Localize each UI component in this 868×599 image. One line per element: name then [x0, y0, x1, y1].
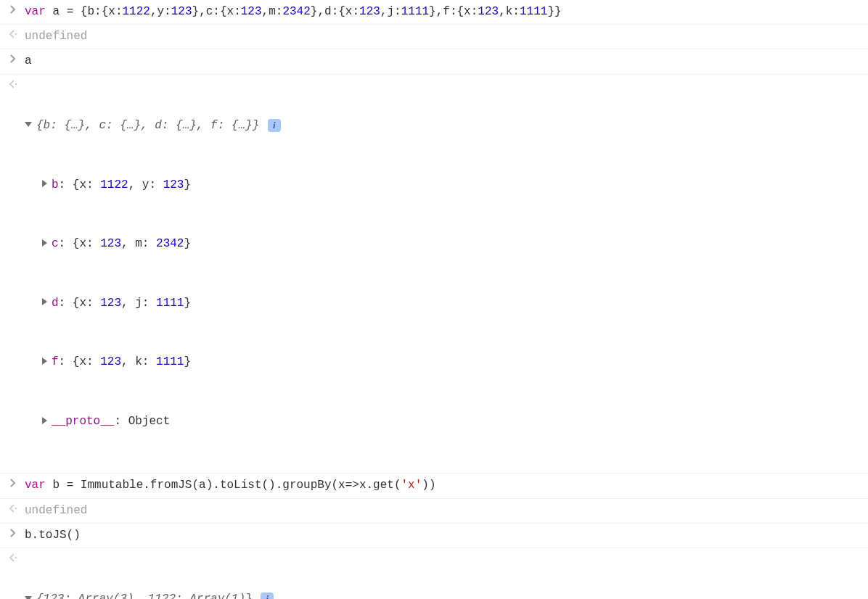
output-prompt-icon	[4, 77, 22, 88]
output-undefined: undefined	[22, 27, 861, 46]
op-eq: =	[60, 5, 81, 18]
console-input-row: a	[0, 49, 868, 74]
object-tree: {123: Array(3), 1122: Array(1)} i 123: A…	[22, 550, 861, 599]
code-line[interactable]: var a = {b:{x:1122,y:123},c:{x:123,m:234…	[22, 2, 861, 22]
info-icon[interactable]: i	[261, 592, 274, 599]
expand-toggle-icon[interactable]	[42, 298, 47, 305]
svg-point-1	[15, 83, 17, 85]
info-icon[interactable]: i	[268, 119, 281, 132]
code-line[interactable]: var b = Immutable.fromJS(a).toList().gro…	[22, 476, 861, 495]
output-prompt-icon	[4, 501, 22, 513]
input-prompt-icon	[4, 51, 22, 63]
object-summary[interactable]: {b: {…}, c: {…}, d: {…}, f: {…}} i	[25, 116, 861, 136]
output-prompt-icon	[4, 27, 22, 38]
svg-point-2	[15, 507, 17, 509]
object-property-row[interactable]: f: {x: 123, k: 1111}	[25, 352, 861, 372]
object-property-row[interactable]: c: {x: 123, m: 2342}	[25, 234, 861, 254]
expand-toggle-icon[interactable]	[42, 417, 47, 424]
object-summary[interactable]: {123: Array(3), 1122: Array(1)} i	[25, 590, 861, 599]
expand-toggle-icon[interactable]	[42, 239, 47, 247]
console-input-row: var b = Immutable.fromJS(a).toList().gro…	[0, 474, 868, 498]
console-output-row: {b: {…}, c: {…}, d: {…}, f: {…}} i b: {x…	[0, 75, 868, 474]
code-line[interactable]: b.toJS()	[22, 526, 861, 545]
input-prompt-icon	[4, 2, 22, 14]
expand-toggle-icon[interactable]	[42, 180, 47, 187]
code-line[interactable]: a	[22, 51, 861, 71]
expand-toggle-icon[interactable]	[42, 358, 47, 365]
output-undefined: undefined	[22, 501, 861, 521]
object-tree: {b: {…}, c: {…}, d: {…}, f: {…}} i b: {x…	[22, 77, 861, 471]
console-input-row: b.toJS()	[0, 524, 868, 548]
console-output-row: undefined	[0, 25, 868, 49]
console-output-row: {123: Array(3), 1122: Array(1)} i 123: A…	[0, 548, 868, 599]
expand-toggle-icon[interactable]	[25, 122, 32, 127]
console-input-row: var a = {b:{x:1122,y:123},c:{x:123,m:234…	[0, 0, 868, 25]
console-output-row: undefined	[0, 499, 868, 524]
input-prompt-icon	[4, 526, 22, 537]
svg-point-0	[15, 33, 17, 36]
object-property-row[interactable]: b: {x: 1122, y: 123}	[25, 175, 861, 195]
input-prompt-icon	[4, 476, 22, 487]
svg-point-3	[15, 557, 17, 559]
object-proto-row[interactable]: __proto__: Object	[25, 412, 861, 431]
object-property-row[interactable]: d: {x: 123, j: 1111}	[25, 294, 861, 313]
ident-a: a	[52, 5, 60, 18]
output-prompt-icon	[4, 550, 22, 562]
expand-toggle-icon[interactable]	[25, 596, 32, 599]
keyword-var: var	[25, 5, 46, 18]
keyword-var: var	[25, 479, 46, 492]
